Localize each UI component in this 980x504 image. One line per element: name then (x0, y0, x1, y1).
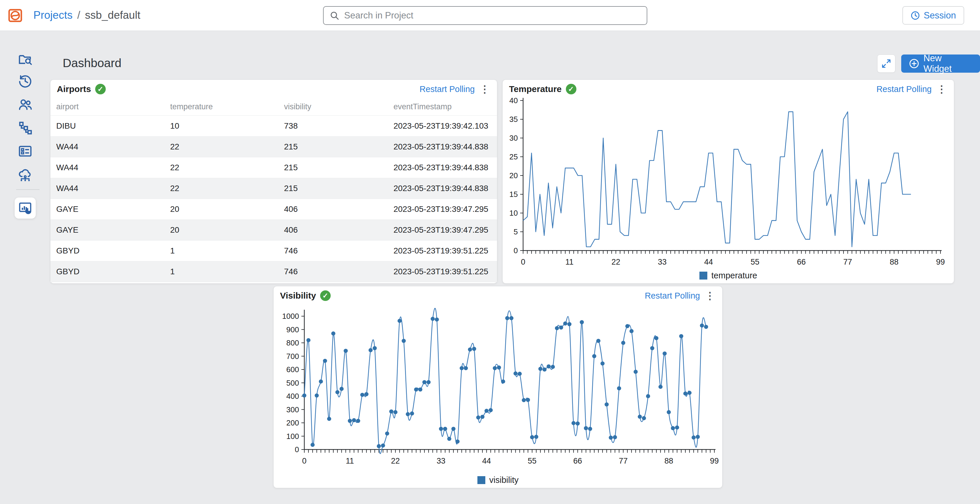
status-ok-icon: ✓ (95, 84, 106, 94)
plus-circle-icon (909, 58, 920, 69)
legend-label: temperature (711, 271, 757, 281)
table-cell: 1 (164, 261, 278, 282)
svg-text:88: 88 (664, 456, 673, 465)
session-button-label: Session (924, 10, 956, 21)
table-cell: 746 (278, 240, 388, 261)
search-input[interactable] (344, 10, 641, 21)
svg-text:100: 100 (286, 432, 299, 441)
svg-text:200: 200 (286, 418, 299, 427)
svg-text:66: 66 (797, 258, 806, 266)
widget-title: Visibility (280, 291, 316, 301)
table-row: GAYE204062023-05-23T19:39:47.295 (50, 199, 497, 220)
svg-text:800: 800 (286, 338, 299, 347)
table-cell: 1 (164, 240, 278, 261)
svg-text:99: 99 (710, 456, 719, 465)
new-widget-button[interactable]: New Widget (901, 54, 980, 73)
sidebar-item-history[interactable] (18, 73, 33, 89)
table-row: GBYD17462023-05-23T19:39:51.225 (50, 261, 497, 282)
svg-text:600: 600 (286, 365, 299, 374)
sidebar-item-data-sources[interactable] (18, 167, 33, 183)
table-cell: 215 (278, 157, 388, 178)
sidebar-item-job-topology[interactable] (18, 120, 33, 136)
widget-visibility: Visibility ✓ Restart Polling ⋮ 010020030… (273, 286, 722, 488)
ssb-logo-icon[interactable] (8, 8, 22, 23)
svg-text:10: 10 (509, 209, 518, 217)
svg-text:0: 0 (514, 246, 518, 255)
svg-text:77: 77 (619, 456, 628, 465)
temperature-line-chart: 05101520253035400112233445566778899 (503, 98, 955, 270)
svg-text:900: 900 (286, 325, 299, 334)
svg-text:44: 44 (482, 456, 491, 465)
table-column-header: temperature (164, 99, 278, 115)
restart-polling-link[interactable]: Restart Polling (644, 291, 700, 301)
svg-text:300: 300 (286, 405, 299, 414)
history-clock-icon (18, 73, 33, 89)
panel-list-icon (18, 144, 33, 159)
table-column-header: airport (50, 99, 164, 115)
svg-text:99: 99 (936, 258, 945, 266)
visibility-line-chart: 0100200300400500600700800900100001122334… (274, 305, 723, 470)
table-cell: WA44 (50, 157, 164, 178)
table-cell: WA44 (50, 178, 164, 199)
table-cell: 2023-05-23T19:39:44.838 (388, 157, 497, 178)
svg-text:11: 11 (346, 456, 354, 465)
sidebar-item-forms[interactable] (18, 144, 33, 159)
monitoring-chart-icon (18, 201, 32, 215)
legend-swatch (699, 272, 707, 279)
sidebar-item-user-management[interactable] (18, 97, 33, 112)
table-column-header: eventTimestamp (388, 99, 497, 115)
svg-text:500: 500 (286, 379, 299, 388)
expand-arrows-icon (881, 59, 891, 69)
project-search (323, 6, 647, 25)
table-row: WA44222152023-05-23T19:39:44.838 (50, 178, 497, 199)
svg-text:15: 15 (509, 190, 518, 199)
table-row: GAYE204062023-05-23T19:39:47.295 (50, 220, 497, 240)
app-root: Projects / ssb_default Session (0, 0, 980, 504)
svg-text:0: 0 (521, 258, 525, 266)
restart-polling-link[interactable]: Restart Polling (419, 85, 475, 94)
widget-menu-kebab-icon[interactable]: ⋮ (479, 83, 491, 96)
table-cell: 2023-05-23T19:39:47.295 (388, 199, 497, 220)
svg-text:22: 22 (611, 258, 620, 266)
users-icon (18, 97, 33, 112)
legend-swatch (477, 476, 485, 484)
sidebar-divider (16, 189, 40, 190)
svg-text:22: 22 (391, 456, 400, 465)
table-cell: GAYE (50, 220, 164, 240)
svg-text:20: 20 (509, 171, 518, 180)
svg-text:700: 700 (286, 352, 299, 361)
svg-text:1000: 1000 (282, 312, 299, 321)
clock-icon (911, 11, 920, 20)
table-cell: GBYD (50, 261, 164, 282)
sidebar-item-project-explorer[interactable] (18, 51, 33, 67)
widget-menu-kebab-icon[interactable]: ⋮ (704, 289, 716, 302)
svg-text:77: 77 (843, 258, 852, 266)
breadcrumb-projects-link[interactable]: Projects (33, 9, 73, 21)
svg-text:66: 66 (573, 456, 582, 465)
table-cell: 2023-05-23T19:39:47.295 (388, 220, 497, 240)
widget-title: Temperature (509, 84, 562, 94)
restart-polling-link[interactable]: Restart Polling (876, 85, 932, 94)
table-cell: 738 (278, 115, 388, 136)
svg-text:0: 0 (295, 445, 299, 454)
table-cell: 406 (278, 199, 388, 220)
widget-menu-kebab-icon[interactable]: ⋮ (936, 83, 948, 96)
svg-text:88: 88 (890, 258, 899, 266)
status-ok-icon: ✓ (320, 290, 331, 301)
svg-text:0: 0 (302, 456, 306, 465)
folder-search-icon (18, 51, 33, 67)
search-icon (329, 11, 339, 21)
table-cell: 20 (164, 199, 278, 220)
fullscreen-button[interactable] (877, 54, 896, 73)
session-button[interactable]: Session (902, 6, 964, 25)
sidebar-item-monitoring-active[interactable] (14, 198, 36, 219)
svg-text:55: 55 (528, 456, 536, 465)
widget-visibility-header: Visibility ✓ Restart Polling ⋮ (274, 286, 722, 305)
widget-airports: Airports ✓ Restart Polling ⋮ airporttemp… (50, 80, 497, 284)
table-cell: WA44 (50, 136, 164, 157)
table-row: WA44222152023-05-23T19:39:44.838 (50, 157, 497, 178)
table-cell: 746 (278, 261, 388, 282)
table-cell: 22 (164, 136, 278, 157)
svg-text:35: 35 (509, 115, 518, 124)
top-bar: Projects / ssb_default Session (0, 0, 980, 31)
